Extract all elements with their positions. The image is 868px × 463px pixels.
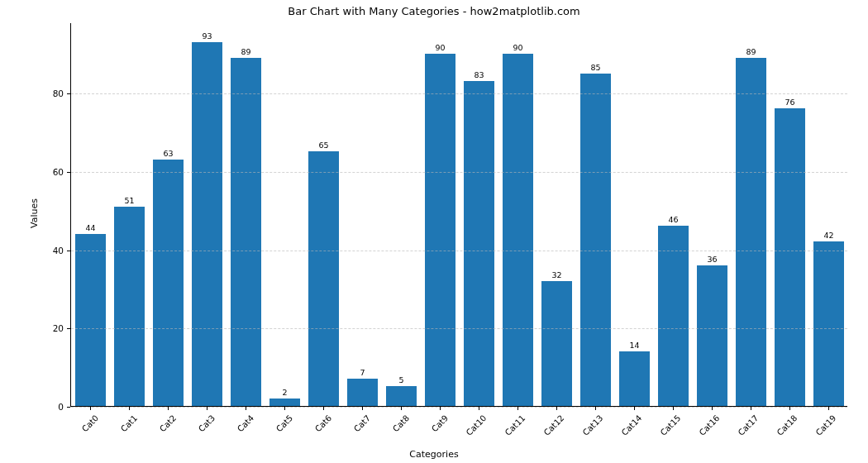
bar xyxy=(541,281,573,407)
y-tick-mark xyxy=(67,251,70,251)
bar xyxy=(658,226,689,406)
x-tick-label: Cat2 xyxy=(157,413,177,433)
bar-value-label: 65 xyxy=(318,141,328,150)
x-tick-mark xyxy=(479,407,479,410)
bar-value-label: 51 xyxy=(124,196,134,205)
x-tick-label: Cat17 xyxy=(736,413,760,437)
x-tick-label: Cat9 xyxy=(429,413,449,433)
x-tick-mark xyxy=(789,407,790,410)
bar-value-label: 63 xyxy=(163,149,173,158)
x-tick-mark xyxy=(207,407,207,410)
bar xyxy=(75,234,107,406)
gridline xyxy=(71,251,847,251)
bar-value-label: 5 xyxy=(398,375,403,384)
y-tick-label: 80 xyxy=(31,88,64,98)
gridline xyxy=(71,172,847,173)
x-tick-mark xyxy=(440,407,441,410)
x-tick-label: Cat0 xyxy=(79,413,99,433)
y-tick-mark xyxy=(67,93,70,94)
x-tick-label: Cat5 xyxy=(274,413,293,433)
x-tick-mark xyxy=(401,407,402,410)
y-tick-label: 60 xyxy=(31,167,64,177)
bar xyxy=(464,81,495,406)
bar xyxy=(308,151,340,406)
bar-value-label: 46 xyxy=(668,215,678,224)
x-tick-label: Cat16 xyxy=(697,413,721,437)
x-tick-label: Cat13 xyxy=(580,413,604,437)
bar-value-label: 14 xyxy=(629,341,639,350)
bar-value-label: 83 xyxy=(474,70,484,79)
bar-value-label: 42 xyxy=(823,231,833,240)
bar-value-label: 76 xyxy=(785,98,794,107)
bar xyxy=(697,265,728,406)
figure: Bar Chart with Many Categories - how2mat… xyxy=(0,0,868,463)
x-tick-mark xyxy=(828,407,829,410)
x-axis-label: Categories xyxy=(0,449,868,460)
bar-value-label: 93 xyxy=(202,31,212,41)
x-tick-label: Cat15 xyxy=(658,413,682,437)
x-tick-label: Cat19 xyxy=(813,413,837,437)
x-tick-mark xyxy=(129,407,130,410)
bar xyxy=(386,386,417,406)
x-tick-label: Cat12 xyxy=(541,413,565,437)
x-tick-label: Cat3 xyxy=(196,413,216,433)
y-tick-label: 40 xyxy=(31,246,64,255)
bar-value-label: 85 xyxy=(590,63,600,72)
x-tick-mark xyxy=(634,407,635,410)
bars-host: 4451639389265759083903285144636897642 xyxy=(71,23,847,406)
bar xyxy=(231,58,262,406)
plot-area: 4451639389265759083903285144636897642 xyxy=(70,23,847,407)
y-tick-mark xyxy=(67,172,70,173)
bar xyxy=(813,241,845,406)
x-tick-mark xyxy=(284,407,285,410)
gridline xyxy=(71,328,847,329)
x-tick-mark xyxy=(246,407,246,410)
bar xyxy=(192,42,223,406)
x-tick-mark xyxy=(751,407,751,410)
bar xyxy=(153,160,184,406)
bar xyxy=(736,58,767,406)
bar-value-label: 36 xyxy=(707,255,717,264)
bar xyxy=(269,399,301,406)
x-tick-mark xyxy=(673,407,674,410)
x-tick-label: Cat18 xyxy=(775,413,799,437)
x-tick-mark xyxy=(595,407,596,410)
x-tick-label: Cat6 xyxy=(312,413,332,433)
bar-value-label: 7 xyxy=(360,368,365,377)
x-tick-mark xyxy=(712,407,713,410)
x-tick-mark xyxy=(517,407,518,410)
x-tick-label: Cat1 xyxy=(118,413,138,433)
y-tick-label: 0 xyxy=(31,402,64,412)
x-tick-mark xyxy=(362,407,363,410)
bar xyxy=(580,74,612,406)
bar-value-label: 90 xyxy=(435,43,445,52)
bar-value-label: 89 xyxy=(746,47,756,56)
x-tick-label: Cat14 xyxy=(619,413,643,437)
x-tick-label: Cat4 xyxy=(235,413,255,433)
x-tick-mark xyxy=(556,407,557,410)
bar xyxy=(347,379,379,406)
bar-value-label: 90 xyxy=(513,43,522,52)
x-tick-label: Cat7 xyxy=(351,413,371,433)
gridline xyxy=(71,93,847,94)
bar-value-label: 89 xyxy=(241,47,250,56)
x-tick-label: Cat10 xyxy=(464,413,488,437)
x-tick-mark xyxy=(90,407,91,410)
x-tick-label: Cat11 xyxy=(503,413,527,437)
y-axis-label: Values xyxy=(29,198,40,228)
bar xyxy=(619,351,651,406)
bar-value-label: 2 xyxy=(282,388,287,397)
y-tick-mark xyxy=(67,328,70,329)
bar xyxy=(425,54,456,406)
x-tick-mark xyxy=(323,407,324,410)
x-tick-mark xyxy=(168,407,169,410)
bar xyxy=(775,108,806,406)
bar-value-label: 32 xyxy=(551,270,561,279)
y-tick-label: 20 xyxy=(31,323,64,333)
bar xyxy=(503,54,534,406)
chart-title: Bar Chart with Many Categories - how2mat… xyxy=(0,5,868,17)
bar xyxy=(114,207,145,406)
x-tick-label: Cat8 xyxy=(390,413,410,433)
bar-value-label: 44 xyxy=(85,223,95,232)
